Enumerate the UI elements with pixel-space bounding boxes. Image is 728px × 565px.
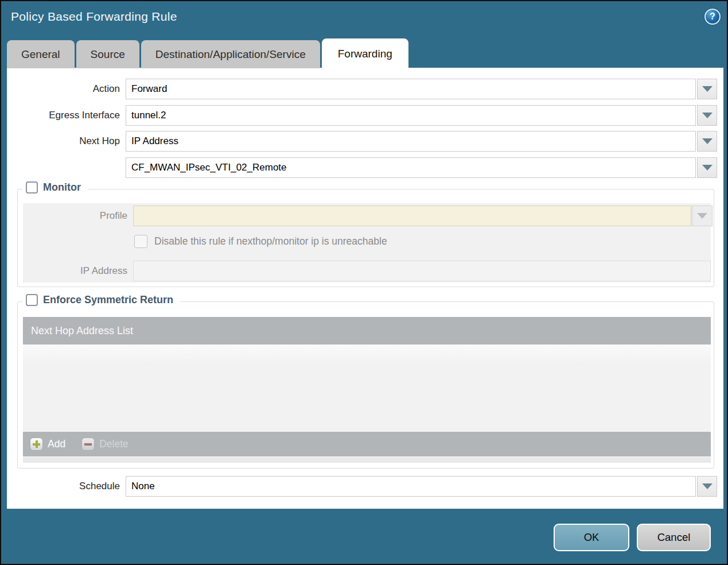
tab-forwarding[interactable]: Forwarding	[322, 38, 408, 68]
disable-rule-checkbox	[134, 235, 147, 248]
next-hop-address-select[interactable]: CF_MWAN_IPsec_VTI_02_Remote	[126, 157, 696, 178]
chevron-down-icon	[697, 213, 707, 219]
enforce-symmetric-return-group: Enforce Symmetric Return Next Hop Addres…	[17, 301, 714, 469]
enforce-symmetric-return-checkbox[interactable]	[26, 294, 38, 306]
profile-select	[133, 206, 691, 226]
monitor-body: Profile Disable this rule if nexthop/mon…	[23, 203, 711, 282]
schedule-row: Schedule None	[7, 476, 723, 497]
chevron-down-icon	[702, 165, 713, 171]
monitor-legend-label: Monitor	[43, 181, 81, 194]
delete-button-label: Delete	[99, 438, 129, 450]
ok-button[interactable]: OK	[554, 524, 629, 551]
monitor-ip-address-input	[133, 261, 711, 281]
tab-destination-application-service[interactable]: Destination/Application/Service	[141, 40, 320, 68]
enforce-legend-label: Enforce Symmetric Return	[43, 294, 173, 306]
monitor-ip-address-label: IP Address	[23, 261, 127, 281]
pbf-rule-dialog: Policy Based Forwarding Rule ? General S…	[0, 0, 728, 565]
monitor-legend: Monitor	[22, 181, 88, 194]
table-scrollbar-track	[23, 457, 711, 463]
next-hop-address-dropdown-button[interactable]	[697, 157, 717, 178]
chevron-down-icon	[702, 86, 713, 92]
monitor-checkbox[interactable]	[26, 181, 38, 194]
tab-general[interactable]: General	[7, 40, 75, 68]
profile-label: Profile	[23, 206, 127, 226]
action-select[interactable]: Forward	[126, 79, 696, 99]
forwarding-tab-panel: Action Forward Egress Interface tunnel.2…	[7, 68, 723, 509]
egress-interface-select[interactable]: tunnel.2	[126, 105, 696, 126]
next-hop-address-list-table: Next Hop Address List Add Delete	[23, 317, 711, 463]
table-toolbar: Add Delete	[23, 432, 711, 456]
cancel-button[interactable]: Cancel	[637, 524, 711, 551]
egress-interface-dropdown-button[interactable]	[697, 105, 717, 126]
action-row: Action Forward	[7, 79, 723, 99]
next-hop-label: Next Hop	[7, 131, 120, 152]
next-hop-address-row: CF_MWAN_IPsec_VTI_02_Remote	[7, 157, 723, 178]
add-button-label: Add	[48, 438, 65, 450]
help-glyph: ?	[710, 11, 715, 22]
schedule-dropdown-button[interactable]	[697, 476, 717, 497]
egress-interface-row: Egress Interface tunnel.2	[7, 105, 723, 126]
next-hop-row: Next Hop IP Address	[7, 131, 723, 152]
next-hop-type-select[interactable]: IP Address	[126, 131, 696, 152]
delete-button: Delete	[81, 438, 129, 451]
profile-dropdown-button	[692, 206, 713, 226]
next-hop-address-list-body[interactable]	[23, 345, 711, 432]
chevron-down-icon	[702, 113, 713, 118]
next-hop-dropdown-button[interactable]	[697, 131, 717, 152]
monitor-group: Monitor Profile Disable this rule if nex…	[17, 189, 714, 287]
plus-icon	[30, 438, 43, 451]
tab-bar: General Source Destination/Application/S…	[7, 39, 410, 68]
enforce-legend: Enforce Symmetric Return	[22, 294, 180, 306]
schedule-label: Schedule	[7, 476, 120, 497]
chevron-down-icon	[702, 483, 713, 489]
egress-interface-label: Egress Interface	[7, 105, 120, 126]
action-label: Action	[7, 79, 120, 99]
next-hop-address-list-header: Next Hop Address List	[23, 317, 711, 345]
help-icon[interactable]: ?	[704, 9, 721, 25]
minus-icon	[81, 438, 95, 451]
add-button[interactable]: Add	[30, 438, 65, 451]
chevron-down-icon	[702, 138, 713, 144]
schedule-select[interactable]: None	[126, 476, 696, 497]
tab-source[interactable]: Source	[76, 40, 139, 68]
dialog-title: Policy Based Forwarding Rule	[11, 10, 177, 24]
disable-rule-label: Disable this rule if nexthop/monitor ip …	[154, 233, 387, 249]
action-dropdown-button[interactable]	[697, 79, 717, 99]
